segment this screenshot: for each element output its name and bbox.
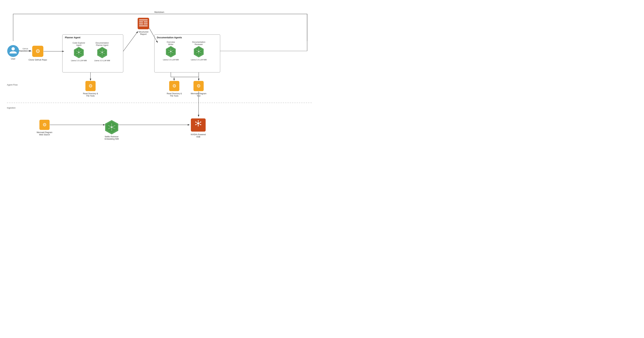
doc-agents-title: Documentation Agents <box>157 36 182 39</box>
clone-github-gear-icon: ⚙ <box>36 48 40 54</box>
arrow-report-docagents <box>149 28 158 43</box>
nvidia-vdb-dot1 <box>198 120 199 121</box>
clone-github-label: Clone GitHub Repo <box>28 59 47 61</box>
sr-row2b <box>144 21 148 23</box>
user-icon <box>7 45 19 57</box>
user-label: User <box>11 58 16 60</box>
read-dir-file2-label: Read Directory & <box>167 92 182 95</box>
sr-row3b <box>144 23 148 25</box>
doc-reviewer-label: Documentation <box>192 41 206 43</box>
mermaid-diagram-tool-gear-icon: ⚙ <box>196 83 201 88</box>
code-explorer-label2: Agent <box>76 44 82 46</box>
read-dir-file1-gear-icon: ⚙ <box>88 83 93 88</box>
structured-report-label: Structured <box>138 31 148 33</box>
sr-row4 <box>139 25 148 27</box>
nvidia-vdb-dot6 <box>195 124 196 125</box>
nemo-retriever-label: NeMo Retriever <box>105 135 118 138</box>
diagram-container: Agent Flow Ingestion Markdown User GitHu… <box>0 0 322 169</box>
doc-planner-label2: Planner Agent <box>96 44 108 46</box>
planner-agent-title: Planner Agent <box>65 36 80 39</box>
planner-agent-box <box>62 35 123 72</box>
sr-row1 <box>139 19 148 21</box>
user-head <box>12 47 15 51</box>
read-dir-file1-label2: File Tools <box>86 95 94 97</box>
doc-agents-box <box>154 35 220 72</box>
sr-row2a <box>139 21 143 23</box>
nvidia-vdb-dot2 <box>198 125 199 126</box>
mermaid-web-search-gear-icon: ⚙ <box>42 122 47 127</box>
ingestion-label: Ingestion <box>7 107 16 109</box>
llm-nim-1-label: Llama 3.3 LLM NIM <box>71 60 87 62</box>
agent-flow-label: Agent Flow <box>7 84 18 86</box>
doc-planner-label: Documentation <box>96 42 109 44</box>
structured-report-label2: Report <box>140 33 146 35</box>
mermaid-web-search-label: Mermaid Diagram <box>37 131 52 133</box>
nvidia-vdb-label2: VDB <box>196 136 200 138</box>
nemo-retriever-label2: Embedding NIM <box>104 138 119 140</box>
markdown-label: Markdown <box>154 11 164 13</box>
read-dir-file2-label2: File Tools <box>170 95 178 97</box>
read-dir-file1-label: Read Directory & <box>83 92 98 95</box>
overview-writer-label: Overview <box>167 41 175 43</box>
github-repo-url-label2: Repository URL <box>19 50 32 52</box>
llm-nim-4-label: Llama 3.3 LLM NIM <box>191 59 206 61</box>
mermaid-web-search-label2: Web Search <box>39 133 50 136</box>
nvidia-vdb-label: NVIDIA-Powered <box>191 133 206 136</box>
doc-reviewer-label2: Reviewer <box>195 43 203 46</box>
overview-writer-label2: Writer <box>168 43 174 46</box>
llm-nim-2-label: Llama 3.3 LLM NIM <box>94 60 110 62</box>
read-dir-file2-gear-icon: ⚙ <box>172 83 176 88</box>
arrow-planner-report <box>123 31 138 51</box>
nvidia-vdb-dot3 <box>195 121 196 122</box>
llm-nim-3-label: Llama 3.3 LLM NIM <box>163 59 179 61</box>
sr-row3a <box>139 23 143 25</box>
code-explorer-label: Code Explorer <box>72 42 85 44</box>
github-repo-url-label: GitHub <box>22 48 28 50</box>
nvidia-vdb-dot4 <box>200 124 201 125</box>
nvidia-vdb-dot5 <box>200 121 201 122</box>
